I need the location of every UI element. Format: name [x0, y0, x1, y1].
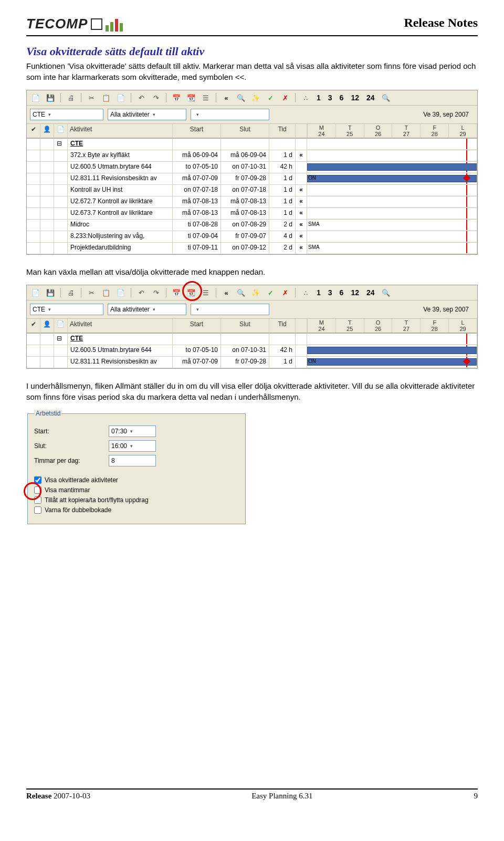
row-tid: 1 d [269, 150, 296, 162]
chk-show-unack[interactable] [34, 476, 41, 484]
zoom-12[interactable]: 12 [349, 94, 361, 102]
row-gantt [307, 162, 477, 173]
row-c2 [40, 243, 54, 254]
check-icon[interactable]: ✓ [265, 92, 276, 103]
wizard-icon[interactable]: ✨ [250, 92, 261, 103]
zoom-24[interactable]: 24 [364, 288, 377, 297]
gantt-icon[interactable]: ☰ [200, 287, 212, 298]
show-unack-toggle[interactable]: « [220, 287, 232, 298]
row-slut: on 07-09-12 [221, 243, 269, 254]
row-activity[interactable]: Midroc [68, 220, 173, 231]
find-icon[interactable]: 🔍 [235, 287, 247, 298]
row-c3 [54, 231, 68, 243]
new-icon[interactable]: 📄 [30, 287, 41, 298]
row-gantt: SMA [307, 220, 477, 231]
row-gantt [307, 139, 477, 150]
row-activity[interactable]: CTE [68, 139, 173, 150]
cut-icon[interactable]: ✂ [86, 92, 97, 103]
chk-mantimmar[interactable] [34, 486, 41, 494]
row-activity[interactable]: Projektledarutbildning [68, 243, 173, 254]
combo-extra[interactable]: ▾ [191, 109, 269, 120]
hdr-person-icon: 👤 [40, 319, 54, 334]
tree-icon[interactable]: ⛬ [300, 287, 311, 298]
save-icon[interactable]: 💾 [45, 92, 56, 103]
zoom-3[interactable]: 3 [326, 288, 334, 297]
zoom-6[interactable]: 6 [338, 94, 346, 102]
gantt-row [307, 231, 477, 242]
cancel-icon[interactable]: ✗ [279, 287, 291, 298]
row-slut: fr 07-09-28 [221, 357, 269, 368]
chk-warn-double[interactable] [34, 506, 41, 514]
find-icon[interactable]: 🔍 [235, 92, 247, 103]
zoom-6[interactable]: 6 [338, 288, 346, 297]
filter-row-1: CTE▾ Alla aktiviteter▾ ▾ Ve 39, sep 2007 [27, 106, 477, 124]
combo-resource[interactable]: CTE▾ [30, 109, 103, 120]
zoom-1[interactable]: 1 [314, 94, 323, 102]
wizard-icon[interactable]: ✨ [250, 287, 261, 298]
row-slut: on 07-07-18 [221, 185, 269, 196]
zoom-3[interactable]: 3 [326, 94, 334, 102]
paste-icon[interactable]: 📄 [115, 92, 127, 103]
row-tid: 1 d [269, 173, 296, 185]
show-unack-toggle[interactable]: « [220, 92, 232, 103]
undo-icon[interactable]: ↶ [135, 92, 147, 103]
zoom-1[interactable]: 1 [314, 288, 323, 297]
row-activity[interactable]: CTE [68, 334, 173, 345]
row-activity[interactable]: Kontroll av UH inst [68, 185, 173, 196]
tree-icon[interactable]: ⛬ [300, 92, 311, 103]
gantt-icon[interactable]: ☰ [200, 92, 212, 103]
row-activity[interactable]: 372.x Byte av kylfläkt [68, 150, 173, 162]
row-c2 [40, 357, 54, 368]
zoom-12[interactable]: 12 [349, 288, 361, 297]
row-activity[interactable]: U2.673.7 Kontroll av likriktare [68, 208, 173, 220]
zoom-in-icon[interactable]: 🔍 [380, 92, 392, 103]
paste-icon[interactable]: 📄 [115, 287, 127, 298]
copy-icon[interactable]: 📋 [100, 287, 112, 298]
row-activity[interactable]: U2.600.5 Utmatn.brytare 644 [68, 162, 173, 173]
hdr-tid: Tid [269, 124, 296, 139]
slut-field[interactable]: 16:00▾ [109, 440, 156, 452]
chk-allow-copy[interactable] [34, 496, 41, 504]
new-icon[interactable]: 📄 [30, 92, 41, 103]
row-activity[interactable]: U2.600.5 Utmatn.brytare 644 [68, 345, 173, 357]
calendar-icon[interactable]: 📅 [171, 92, 182, 103]
row-c3 [54, 345, 68, 357]
combo-activities[interactable]: Alla aktiviteter▾ [108, 109, 186, 120]
calendar2-icon[interactable]: 📆 [185, 92, 197, 103]
check-icon[interactable]: ✓ [265, 287, 276, 298]
combo-resource[interactable]: CTE▾ [30, 304, 103, 315]
screenshot-1: 📄 💾 🖨 ✂ 📋 📄 ↶ ↷ 📅 📆 ☰ « 🔍 ✨ ✓ ✗ ⛬ 1 3 [26, 90, 478, 255]
row-start: må 07-08-13 [173, 196, 221, 208]
combo-activities[interactable]: Alla aktiviteter▾ [108, 304, 186, 315]
combo-extra[interactable]: ▾ [191, 304, 269, 315]
day-header: M24T25O26T27F28L29 [307, 124, 477, 138]
row-c3 [54, 196, 68, 208]
redo-icon[interactable]: ↷ [150, 287, 162, 298]
print-icon[interactable]: 🖨 [65, 287, 77, 298]
calendar-icon[interactable]: 📅 [171, 287, 182, 298]
cancel-icon[interactable]: ✗ [279, 92, 291, 103]
zoom-in-icon[interactable]: 🔍 [380, 287, 392, 298]
logo: TECOMP [26, 16, 123, 32]
undo-icon[interactable]: ↶ [135, 287, 147, 298]
copy-icon[interactable]: 📋 [100, 92, 112, 103]
row-activity[interactable]: U2.831.11 Revisionsbesiktn av [68, 173, 173, 185]
row-tid [269, 334, 296, 345]
hdr-person-icon: 👤 [40, 124, 54, 139]
redo-icon[interactable]: ↷ [150, 92, 162, 103]
hdr-slut: Slut [221, 319, 269, 334]
cut-icon[interactable]: ✂ [86, 287, 97, 298]
row-c2 [40, 162, 54, 173]
calendar2-icon[interactable]: 📆 [185, 287, 197, 298]
zoom-24[interactable]: 24 [364, 94, 377, 102]
hdr-note-icon: 📄 [54, 319, 68, 334]
tpd-field[interactable]: 8 [109, 455, 156, 466]
save-icon[interactable]: 💾 [45, 287, 56, 298]
row-activity[interactable]: U2.672.7 Kontroll av likriktare [68, 196, 173, 208]
row-activity[interactable]: U2.831.11 Revisionsbesiktn av [68, 357, 173, 368]
row-activity[interactable]: 8.233:Nolljustering av våg, [68, 231, 173, 243]
start-field[interactable]: 07:30▾ [109, 425, 156, 437]
print-icon[interactable]: 🖨 [65, 92, 77, 103]
row-c2 [40, 173, 54, 185]
row-slut [221, 334, 269, 345]
